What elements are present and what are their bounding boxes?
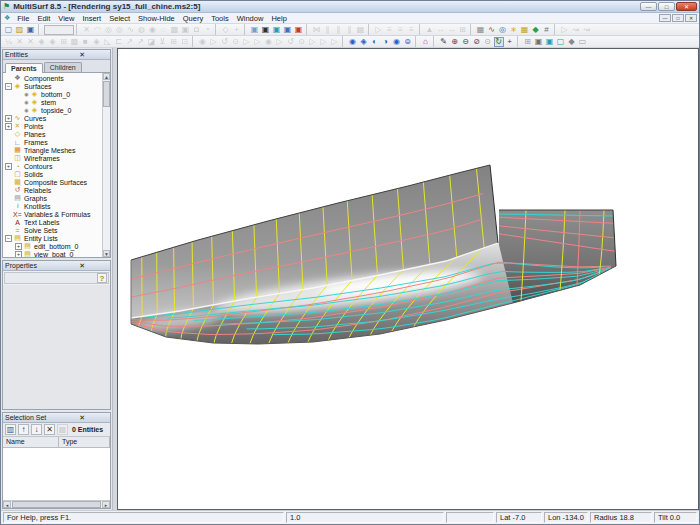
tree-expander-icon[interactable]	[5, 123, 12, 130]
toolbar-icon[interactable]: ⊡	[180, 37, 190, 47]
column-header-name[interactable]: Name	[3, 437, 59, 447]
toolbar-icon[interactable]: ⊞	[523, 37, 533, 47]
toolbar-icon[interactable]	[76, 24, 79, 35]
toolbar-icon[interactable]: ⊏	[114, 37, 124, 47]
toolbar-icon[interactable]: ◉	[348, 37, 358, 47]
tree-expander-icon[interactable]	[15, 107, 22, 114]
tree-expander-icon[interactable]	[5, 187, 12, 194]
minimize-button[interactable]: —	[640, 2, 657, 11]
toolbar-icon[interactable]: ▷	[374, 25, 384, 35]
selection-toolbar-icon[interactable]: ↓	[31, 424, 42, 435]
toolbar-icon[interactable]: ≡	[396, 25, 406, 35]
tree-item[interactable]: ∿ Curves	[5, 114, 102, 122]
tree-item[interactable]: ✕ Points	[5, 122, 102, 130]
toolbar-icon[interactable]: ↝	[571, 25, 581, 35]
tree-expander-icon[interactable]	[5, 131, 12, 138]
tree-item[interactable]: = Solve Sets	[5, 226, 102, 234]
toolbar-icon[interactable]: ◑	[381, 37, 391, 47]
toolbar-icon[interactable]: ⊙	[483, 37, 493, 47]
selection-panel-titlebar[interactable]: Selection Set ✕	[3, 413, 110, 423]
toolbar-icon[interactable]: ⊞	[169, 37, 179, 47]
tree-expander-icon[interactable]	[5, 75, 12, 82]
tree-item[interactable]: ◇ Planes	[5, 130, 102, 138]
tree-item[interactable]: ◫ Wireframes	[5, 154, 102, 162]
toolbar-icon[interactable]: ◉	[148, 25, 158, 35]
toolbar-icon[interactable]: ⊙	[297, 37, 307, 47]
toolbar-icon[interactable]: ◈	[92, 37, 102, 47]
tree-expander-icon[interactable]	[5, 211, 12, 218]
toolbar-icon[interactable]: ▷	[275, 37, 285, 47]
toolbar-icon[interactable]	[554, 24, 557, 35]
toolbar-icon[interactable]: ◆	[531, 25, 541, 35]
tree-expander-icon[interactable]	[5, 163, 12, 170]
tree-item[interactable]: ▦ Triangle Meshes	[5, 146, 102, 154]
toolbar-icon[interactable]	[433, 36, 436, 47]
entities-panel-titlebar[interactable]: Entities ✕	[3, 50, 110, 60]
toolbar-icon[interactable]: ↻	[494, 37, 504, 47]
toolbar-icon[interactable]: ∿	[487, 25, 497, 35]
tree-item[interactable]: ≀ Knotlists	[5, 202, 102, 210]
toolbar-icon[interactable]: ¼	[4, 37, 14, 47]
tree-item[interactable]: X= Variables & Formulas	[5, 210, 102, 218]
toolbar-icon[interactable]: ◎	[498, 25, 508, 35]
toolbar-icon[interactable]: ▣	[26, 25, 36, 35]
toolbar-icon[interactable]: ▣	[294, 25, 304, 35]
menu-item[interactable]: Query	[179, 13, 207, 24]
selection-toolbar-icon[interactable]: ▥	[5, 424, 16, 435]
toolbar-icon[interactable]: ◉	[392, 37, 402, 47]
menu-item[interactable]: View	[54, 13, 78, 24]
visibility-icon[interactable]	[23, 91, 30, 97]
toolbar-icon[interactable]: ◔	[203, 25, 213, 35]
tree-expander-icon[interactable]	[5, 139, 12, 146]
tree-item[interactable]: ▤ Graphs	[5, 194, 102, 202]
scroll-down-icon[interactable]: ▼	[103, 250, 110, 257]
toolbar-icon[interactable]: ▦	[356, 25, 366, 35]
toolbar-icon[interactable]: ◌	[159, 25, 169, 35]
tree-expander-icon[interactable]	[5, 155, 12, 162]
tree-expander-icon[interactable]	[5, 195, 12, 202]
toolbar-icon[interactable]: ▣	[534, 37, 544, 47]
tree-item[interactable]: ∟ Frames	[5, 138, 102, 146]
help-icon[interactable]: ?	[97, 273, 107, 283]
toolbar-icon[interactable]: ◉	[198, 37, 208, 47]
toolbar-icon[interactable]: ▣	[283, 25, 293, 35]
tree-expander-icon[interactable]	[15, 251, 22, 258]
toolbar-icon[interactable]: ◠	[93, 25, 103, 35]
toolbar-icon[interactable]: ▣	[272, 25, 282, 35]
toolbar-icon[interactable]	[368, 24, 371, 35]
toolbar-icon[interactable]: ≡	[385, 25, 395, 35]
toolbar-icon[interactable]	[415, 36, 418, 47]
visibility-icon[interactable]	[23, 99, 30, 105]
tree-expander-icon[interactable]	[15, 99, 22, 106]
toolbar-icon[interactable]: ▣	[545, 37, 555, 47]
toolbar-icon[interactable]: ▦	[476, 25, 486, 35]
toolbar-icon[interactable]: ✎	[439, 37, 449, 47]
toolbar-icon[interactable]: ▷	[209, 37, 219, 47]
mdi-close-button[interactable]: ✕	[685, 14, 697, 22]
mdi-minimize-button[interactable]: —	[659, 14, 671, 22]
tree-expander-icon[interactable]	[5, 83, 12, 90]
toolbar-icon[interactable]: ↺	[220, 37, 230, 47]
tree-expander-icon[interactable]	[5, 147, 12, 154]
toolbar-icon[interactable]	[342, 36, 345, 47]
toolbar-icon[interactable]: +	[505, 37, 515, 47]
toolbar-icon[interactable]: ▢	[556, 37, 566, 47]
tree-item[interactable]: ◈ bottom_0	[5, 90, 102, 98]
toolbar-icon[interactable]: ▣	[181, 25, 191, 35]
tree-expander-icon[interactable]	[5, 115, 12, 122]
tree-item[interactable]: ◈ topside_0	[5, 106, 102, 114]
scroll-up-icon[interactable]: ▲	[103, 73, 110, 80]
close-button[interactable]: ✕	[676, 2, 697, 11]
toolbar-icon[interactable]: #	[542, 25, 552, 35]
mdi-restore-button[interactable]: □	[672, 14, 684, 22]
tree-expander-icon[interactable]	[5, 219, 12, 226]
tree-item[interactable]: ◈ stem	[5, 98, 102, 106]
toolbar-icon[interactable]: ⋈	[312, 25, 322, 35]
tree-expander-icon[interactable]	[5, 171, 12, 178]
toolbar-icon[interactable]	[192, 36, 195, 47]
tree-item[interactable]: ◈ Surfaces	[5, 82, 102, 90]
toolbar-icon[interactable]: ◎	[115, 25, 125, 35]
toolbar-icon[interactable]: ⊞	[59, 37, 69, 47]
selection-toolbar-icon[interactable]: ✕	[44, 424, 55, 435]
toolbar-icon[interactable]: ▦	[520, 25, 530, 35]
